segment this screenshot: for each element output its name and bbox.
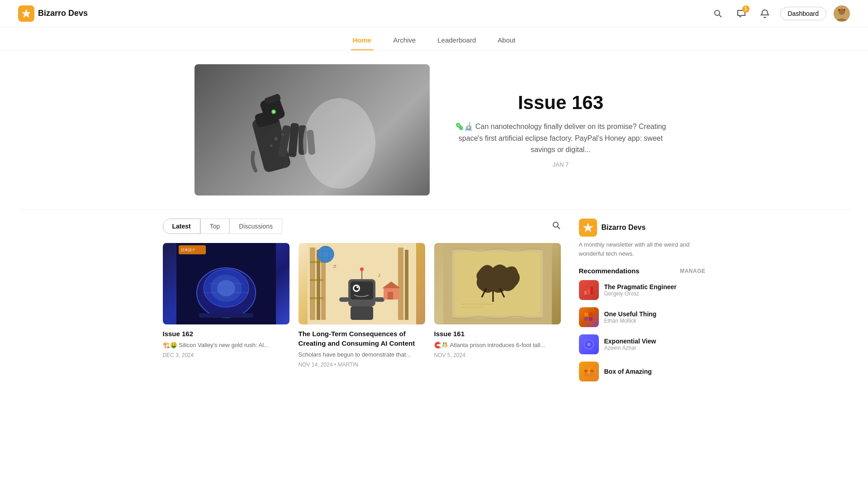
svg-point-20	[303, 98, 375, 189]
rec-useful-icon	[579, 307, 599, 327]
sidebar: Bizarro Devs A monthly newsletter with a…	[579, 219, 706, 389]
svg-text:♬: ♬	[332, 263, 337, 269]
logo-area[interactable]: Bizarro Devs	[18, 5, 88, 22]
rec-useful-name: One Useful Thing	[604, 310, 657, 318]
card-ai-subtitle: Scholars have begun to demonstrate that.…	[299, 351, 425, 359]
card-ai-date: NOV 14, 2024 • MARTIN	[299, 362, 425, 368]
hero-description: 🦠🔬 Can nanotechnology finally deliver on…	[448, 121, 674, 156]
svg-point-19	[272, 110, 275, 113]
card-161-title: Issue 161	[434, 329, 561, 338]
nav-archive[interactable]: Archive	[391, 33, 417, 50]
svg-point-1	[715, 10, 720, 15]
svg-line-22	[558, 227, 560, 229]
rec-exponential-icon	[579, 334, 599, 354]
rec-exponential-author: Azeem Azhar	[604, 345, 656, 351]
svg-text:♪: ♪	[378, 271, 381, 278]
tabs-search-button[interactable]	[552, 221, 561, 232]
tab-top[interactable]: Top	[200, 219, 230, 234]
rec-pragmatic-icon	[579, 280, 599, 300]
recommendations-title: Recommendations	[579, 267, 640, 275]
rec-box-amazing[interactable]: Box of Amazing	[579, 362, 706, 381]
svg-point-55	[360, 267, 364, 271]
tab-latest[interactable]: Latest	[163, 219, 200, 234]
svg-rect-76	[589, 317, 593, 321]
card-ai[interactable]: ♪ ♬ The Long-Term Consequences of Creati…	[299, 243, 425, 368]
svg-point-13	[274, 137, 278, 141]
rec-box-icon	[579, 362, 599, 381]
card-162-title: Issue 162	[163, 329, 289, 338]
card-161-date: NOV 5, 2024	[434, 352, 561, 358]
sidebar-brand[interactable]: Bizarro Devs	[579, 219, 706, 237]
card-161[interactable]: Issue 161 🧲🤼 Atlanta prison introduces 6…	[434, 243, 561, 368]
svg-line-2	[719, 15, 721, 17]
card-161-image	[434, 243, 561, 324]
rec-one-useful-thing[interactable]: One Useful Thing Ethan Mollick	[579, 307, 706, 327]
svg-point-43	[318, 246, 334, 262]
card-ai-title: The Long-Term Consequences of Creating a…	[299, 329, 425, 348]
card-162-date: DEC 3, 2024	[163, 352, 289, 358]
svg-rect-72	[591, 287, 593, 295]
svg-rect-73	[584, 313, 588, 316]
hero-image[interactable]	[194, 64, 430, 195]
svg-rect-40	[310, 297, 323, 299]
tab-discussions[interactable]: Discussions	[229, 219, 282, 234]
logo-icon	[18, 5, 34, 22]
svg-point-79	[587, 343, 591, 346]
svg-rect-53	[375, 297, 384, 302]
rec-exponential-name: Exponential View	[604, 338, 656, 345]
hero-issue-title: Issue 163	[448, 92, 674, 114]
main-container: Latest Top Discussions	[145, 210, 724, 398]
svg-marker-0	[22, 9, 31, 18]
svg-point-49	[354, 286, 359, 291]
svg-rect-41	[398, 248, 403, 320]
svg-rect-60	[388, 292, 393, 300]
header-actions: 1 Dashboard	[710, 5, 850, 22]
svg-rect-30	[199, 313, 253, 318]
rec-pragmatic-author: Gergely Orosz	[604, 291, 677, 297]
sidebar-logo-icon	[579, 219, 597, 237]
svg-text:日本語テ: 日本語テ	[181, 248, 195, 252]
card-162-image: 日本語テ	[163, 243, 289, 324]
svg-point-27	[217, 280, 235, 296]
tabs-row: Latest Top Discussions	[163, 219, 561, 234]
svg-rect-39	[310, 279, 323, 281]
main-nav: Home Archive Leaderboard About	[0, 27, 868, 51]
card-162[interactable]: 日本語テ Issue 162 🏗️🤑 Silicon Valley's new …	[163, 243, 289, 368]
hero-section: Issue 163 🦠🔬 Can nanotechnology finally …	[185, 51, 683, 209]
svg-marker-69	[583, 223, 593, 232]
rec-pragmatic-info: The Pragmatic Engineer Gergely Orosz	[604, 283, 677, 297]
card-161-subtitle: 🧲🤼 Atlanta prison introduces 6-foot tall…	[434, 341, 561, 349]
rec-exponential-info: Exponential View Azeem Azhar	[604, 338, 656, 351]
svg-rect-74	[589, 313, 593, 316]
svg-rect-36	[317, 250, 320, 320]
hero-content[interactable]: Issue 163 🦠🔬 Can nanotechnology finally …	[448, 92, 674, 168]
rec-pragmatic-name: The Pragmatic Engineer	[604, 283, 677, 291]
rec-pragmatic-engineer[interactable]: The Pragmatic Engineer Gergely Orosz	[579, 280, 706, 300]
svg-rect-71	[588, 289, 590, 295]
rec-useful-info: One Useful Thing Ethan Mollick	[604, 310, 657, 324]
user-avatar[interactable]	[834, 5, 850, 22]
hero-image-placeholder	[194, 64, 430, 195]
rec-useful-author: Ethan Mollick	[604, 318, 657, 324]
dashboard-button[interactable]: Dashboard	[780, 7, 827, 20]
rec-exponential-view[interactable]: Exponential View Azeem Azhar	[579, 334, 706, 354]
svg-rect-42	[405, 250, 408, 320]
sidebar-brand-desc: A monthly newsletter with all the weird …	[579, 240, 706, 258]
nav-about[interactable]: About	[496, 33, 517, 50]
site-title: Bizarro Devs	[38, 9, 88, 18]
messages-button[interactable]: 1	[733, 5, 749, 22]
nav-home[interactable]: Home	[351, 33, 374, 50]
cards-grid: 日本語テ Issue 162 🏗️🤑 Silicon Valley's new …	[163, 243, 561, 368]
svg-rect-35	[310, 248, 315, 320]
manage-button[interactable]: MANAGE	[680, 268, 705, 274]
recommendations-header: Recommendations MANAGE	[579, 267, 706, 275]
svg-rect-75	[584, 317, 588, 321]
sidebar-brand-name: Bizarro Devs	[602, 224, 646, 232]
svg-point-14	[281, 133, 284, 136]
svg-point-21	[553, 222, 558, 227]
card-ai-image: ♪ ♬	[299, 243, 425, 324]
notifications-button[interactable]	[757, 5, 773, 22]
nav-leaderboard[interactable]: Leaderboard	[436, 33, 478, 50]
search-button[interactable]	[710, 5, 726, 22]
svg-point-50	[356, 286, 358, 288]
